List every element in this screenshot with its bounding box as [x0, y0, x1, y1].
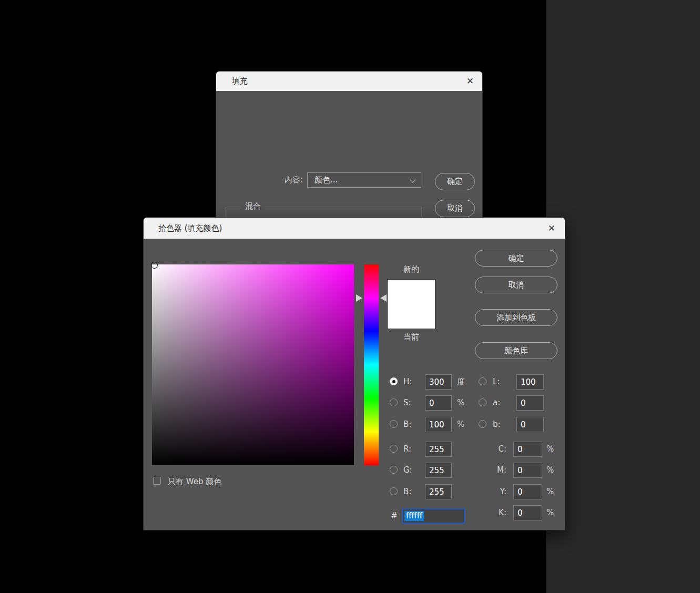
picker-titlebar[interactable]: 拾色器 (填充颜色) ✕	[144, 218, 565, 239]
new-current-color-swatch	[387, 279, 435, 329]
b-rgb-radio[interactable]	[390, 487, 398, 495]
b-hsb-unit: %	[457, 417, 464, 432]
color-field-marker[interactable]	[151, 262, 158, 269]
picker-ok-button[interactable]: 确定	[475, 250, 557, 267]
content-dropdown-value: 颜色...	[315, 173, 338, 187]
m-label: M:	[491, 463, 506, 478]
row-b-b: B: % b:	[387, 417, 547, 432]
fill-dialog-title: 填充	[232, 71, 248, 91]
hue-slider[interactable]	[364, 264, 379, 465]
r-input[interactable]	[425, 442, 452, 457]
g-input[interactable]	[425, 463, 452, 478]
row-s-a: S: % a:	[387, 395, 547, 411]
a-input[interactable]	[516, 395, 544, 411]
close-icon[interactable]: ✕	[548, 224, 555, 233]
y-unit: %	[546, 484, 554, 499]
hue-slider-left-handle[interactable]	[356, 294, 362, 302]
b-lab-input[interactable]	[516, 417, 544, 432]
web-colors-label: 只有 Web 颜色	[168, 476, 221, 487]
web-colors-checkbox[interactable]	[153, 477, 161, 485]
chevron-down-icon	[410, 177, 415, 182]
picker-body: 新的 当前 确定 取消 添加到色板 颜色库 H: 度 L: S:	[144, 239, 566, 531]
a-label: a:	[493, 395, 500, 411]
h-input[interactable]	[425, 374, 452, 390]
h-radio[interactable]	[390, 377, 398, 385]
k-unit: %	[546, 505, 554, 520]
y-label: Y:	[491, 484, 506, 499]
row-k: K: %	[491, 505, 564, 520]
c-label: C:	[491, 442, 506, 457]
photoshop-workspace: 填充 ✕ 内容: 颜色... 确定 取消 混合 模式: 正常 不透明度(O): …	[0, 0, 700, 593]
s-label: S:	[403, 395, 411, 411]
l-input[interactable]	[516, 374, 544, 390]
m-unit: %	[546, 463, 554, 478]
k-label: K:	[491, 505, 506, 520]
g-label: G:	[403, 463, 412, 478]
s-input[interactable]	[425, 395, 452, 411]
content-label: 内容:	[258, 172, 303, 188]
picker-cancel-button[interactable]: 取消	[475, 277, 557, 293]
row-c: C: %	[491, 442, 564, 457]
blend-group-legend: 混合	[241, 201, 265, 211]
b-lab-radio[interactable]	[479, 420, 486, 428]
c-unit: %	[546, 442, 554, 457]
s-radio[interactable]	[390, 398, 398, 406]
row-h-l: H: 度 L:	[387, 374, 547, 390]
fill-ok-button[interactable]: 确定	[435, 173, 475, 190]
row-y: Y: %	[491, 484, 564, 499]
k-input[interactable]	[513, 505, 542, 520]
add-to-swatches-button[interactable]: 添加到色板	[475, 309, 557, 326]
web-colors-row: 只有 Web 颜色	[153, 476, 161, 487]
color-field[interactable]	[152, 264, 354, 465]
g-radio[interactable]	[390, 466, 398, 474]
hex-value-selected-text: ffffff	[404, 511, 424, 521]
content-dropdown[interactable]: 颜色...	[307, 172, 421, 188]
b-lab-label: b:	[493, 417, 501, 432]
l-label: L:	[493, 374, 500, 390]
h-label: H:	[403, 374, 412, 390]
s-unit: %	[457, 395, 464, 411]
color-picker-dialog: 拾色器 (填充颜色) ✕ 新的 当前 确定 取消 添加到色板 颜色库 H:	[143, 217, 565, 530]
c-input[interactable]	[513, 442, 542, 457]
close-icon[interactable]: ✕	[466, 77, 474, 86]
a-radio[interactable]	[479, 398, 486, 406]
fill-dialog: 填充 ✕ 内容: 颜色... 确定 取消 混合 模式: 正常 不透明度(O): …	[216, 71, 483, 220]
l-radio[interactable]	[479, 377, 486, 385]
fill-dialog-titlebar[interactable]: 填充 ✕	[216, 71, 482, 91]
current-color-label: 当前	[387, 332, 435, 342]
row-m: M: %	[491, 463, 564, 478]
r-radio[interactable]	[390, 445, 398, 453]
new-color-label: 新的	[387, 264, 435, 274]
color-libraries-button[interactable]: 颜色库	[475, 342, 557, 359]
fill-cancel-button[interactable]: 取消	[435, 200, 475, 217]
b-rgb-input[interactable]	[425, 484, 452, 499]
app-background-panel	[546, 0, 700, 593]
hue-slider-right-handle[interactable]	[380, 294, 387, 302]
y-input[interactable]	[513, 484, 542, 499]
b-rgb-label: B:	[403, 484, 411, 499]
h-unit: 度	[457, 374, 465, 390]
r-label: R:	[403, 442, 411, 457]
hex-input[interactable]: ffffff	[402, 508, 465, 524]
hex-hash-label: #	[391, 508, 398, 524]
b-hsb-label: B:	[403, 417, 411, 432]
m-input[interactable]	[513, 463, 542, 478]
picker-title: 拾色器 (填充颜色)	[158, 218, 222, 239]
b-hsb-input[interactable]	[425, 417, 452, 432]
b-hsb-radio[interactable]	[390, 420, 398, 428]
